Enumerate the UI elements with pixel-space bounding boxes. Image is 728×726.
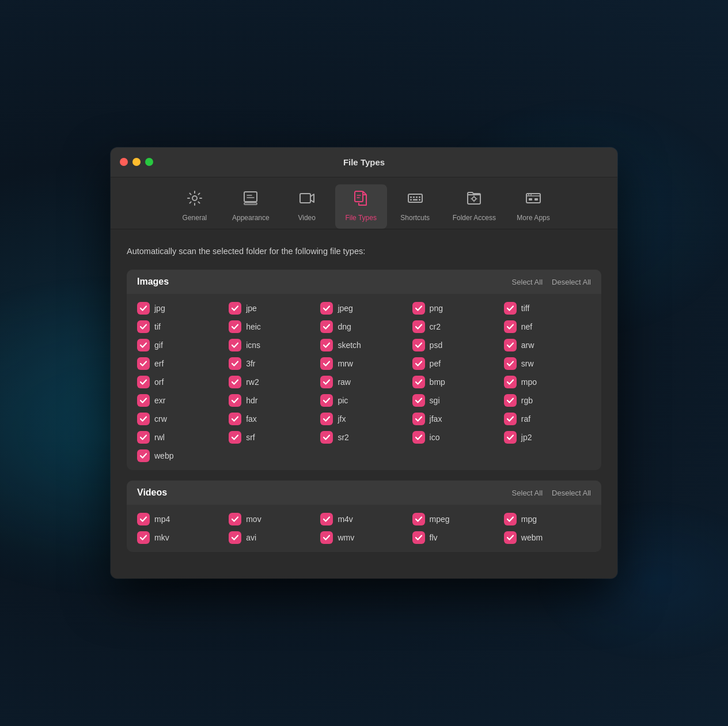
tab-more-apps[interactable]: More Apps (507, 184, 559, 229)
file-item-gif[interactable]: gif (137, 339, 224, 351)
checkbox-psd[interactable] (412, 339, 425, 351)
file-item-raf[interactable]: raf (504, 413, 591, 425)
checkbox-mpo[interactable] (504, 376, 517, 388)
file-item-dng[interactable]: dng (320, 320, 407, 333)
file-item-nef[interactable]: nef (504, 320, 591, 333)
file-item-jpeg[interactable]: jpeg (320, 302, 407, 315)
file-item-tif[interactable]: tif (137, 320, 224, 333)
checkbox-sgi[interactable] (412, 394, 425, 407)
checkbox-jfx[interactable] (320, 413, 333, 425)
file-item-mov[interactable]: mov (229, 513, 316, 525)
checkbox-jp2[interactable] (504, 431, 517, 444)
checkbox-rgb[interactable] (504, 394, 517, 407)
checkbox-icns[interactable] (229, 339, 241, 351)
file-item-sr2[interactable]: sr2 (320, 431, 407, 444)
checkbox-bmp[interactable] (412, 376, 425, 388)
close-button[interactable] (120, 158, 128, 166)
file-item-hdr[interactable]: hdr (229, 394, 316, 407)
checkbox-fax[interactable] (229, 413, 241, 425)
file-item-m4v[interactable]: m4v (320, 513, 407, 525)
checkbox-crw[interactable] (137, 413, 150, 425)
checkbox-tiff[interactable] (504, 302, 517, 315)
file-item-wmv[interactable]: wmv (320, 531, 407, 544)
file-item-fax[interactable]: fax (229, 413, 316, 425)
file-item-erf[interactable]: erf (137, 357, 224, 370)
file-item-ico[interactable]: ico (412, 431, 499, 444)
file-item-mpo[interactable]: mpo (504, 376, 591, 388)
checkbox-hdr[interactable] (229, 394, 241, 407)
images-deselect-all[interactable]: Deselect All (552, 278, 591, 286)
file-item-jp2[interactable]: jp2 (504, 431, 591, 444)
checkbox-orf[interactable] (137, 376, 150, 388)
checkbox-webm[interactable] (504, 531, 517, 544)
file-item-mrw[interactable]: mrw (320, 357, 407, 370)
tab-file-types[interactable]: File Types (335, 184, 387, 229)
tab-video[interactable]: Video (281, 184, 333, 229)
file-item-heic[interactable]: heic (229, 320, 316, 333)
videos-select-all[interactable]: Select All (512, 489, 543, 497)
file-item-webm[interactable]: webm (504, 531, 591, 544)
file-item-crw[interactable]: crw (137, 413, 224, 425)
file-item-3fr[interactable]: 3fr (229, 357, 316, 370)
file-item-jfx[interactable]: jfx (320, 413, 407, 425)
checkbox-png[interactable] (412, 302, 425, 315)
checkbox-rwl[interactable] (137, 431, 150, 444)
file-item-orf[interactable]: orf (137, 376, 224, 388)
file-item-exr[interactable]: exr (137, 394, 224, 407)
checkbox-raf[interactable] (504, 413, 517, 425)
checkbox-srf[interactable] (229, 431, 241, 444)
checkbox-nef[interactable] (504, 320, 517, 333)
file-item-png[interactable]: png (412, 302, 499, 315)
checkbox-wmv[interactable] (320, 531, 333, 544)
checkbox-mrw[interactable] (320, 357, 333, 370)
checkbox-mkv[interactable] (137, 531, 150, 544)
tab-appearance[interactable]: Appearance (223, 184, 279, 229)
tab-folder-access[interactable]: Folder Access (443, 184, 505, 229)
file-item-bmp[interactable]: bmp (412, 376, 499, 388)
file-item-sgi[interactable]: sgi (412, 394, 499, 407)
checkbox-raw[interactable] (320, 376, 333, 388)
maximize-button[interactable] (145, 158, 153, 166)
file-item-mpeg[interactable]: mpeg (412, 513, 499, 525)
checkbox-avi[interactable] (229, 531, 241, 544)
checkbox-jpeg[interactable] (320, 302, 333, 315)
checkbox-rw2[interactable] (229, 376, 241, 388)
checkbox-arw[interactable] (504, 339, 517, 351)
file-item-mpg[interactable]: mpg (504, 513, 591, 525)
file-item-tiff[interactable]: tiff (504, 302, 591, 315)
checkbox-mp4[interactable] (137, 513, 150, 525)
file-item-psd[interactable]: psd (412, 339, 499, 351)
checkbox-tif[interactable] (137, 320, 150, 333)
checkbox-3fr[interactable] (229, 357, 241, 370)
checkbox-dng[interactable] (320, 320, 333, 333)
checkbox-sr2[interactable] (320, 431, 333, 444)
checkbox-gif[interactable] (137, 339, 150, 351)
file-item-jfax[interactable]: jfax (412, 413, 499, 425)
images-select-all[interactable]: Select All (512, 278, 543, 286)
file-item-sketch[interactable]: sketch (320, 339, 407, 351)
checkbox-webp[interactable] (137, 449, 150, 462)
tab-general[interactable]: General (169, 184, 221, 229)
file-item-mp4[interactable]: mp4 (137, 513, 224, 525)
file-item-pic[interactable]: pic (320, 394, 407, 407)
file-item-jpe[interactable]: jpe (229, 302, 316, 315)
checkbox-erf[interactable] (137, 357, 150, 370)
tab-shortcuts[interactable]: Shortcuts (389, 184, 441, 229)
file-item-arw[interactable]: arw (504, 339, 591, 351)
minimize-button[interactable] (132, 158, 141, 166)
file-item-jpg[interactable]: jpg (137, 302, 224, 315)
file-item-srf[interactable]: srf (229, 431, 316, 444)
file-item-mkv[interactable]: mkv (137, 531, 224, 544)
checkbox-cr2[interactable] (412, 320, 425, 333)
checkbox-mov[interactable] (229, 513, 241, 525)
checkbox-mpg[interactable] (504, 513, 517, 525)
file-item-rwl[interactable]: rwl (137, 431, 224, 444)
checkbox-exr[interactable] (137, 394, 150, 407)
file-item-flv[interactable]: flv (412, 531, 499, 544)
checkbox-srw[interactable] (504, 357, 517, 370)
checkbox-pic[interactable] (320, 394, 333, 407)
checkbox-jfax[interactable] (412, 413, 425, 425)
file-item-raw[interactable]: raw (320, 376, 407, 388)
file-item-rw2[interactable]: rw2 (229, 376, 316, 388)
file-item-rgb[interactable]: rgb (504, 394, 591, 407)
